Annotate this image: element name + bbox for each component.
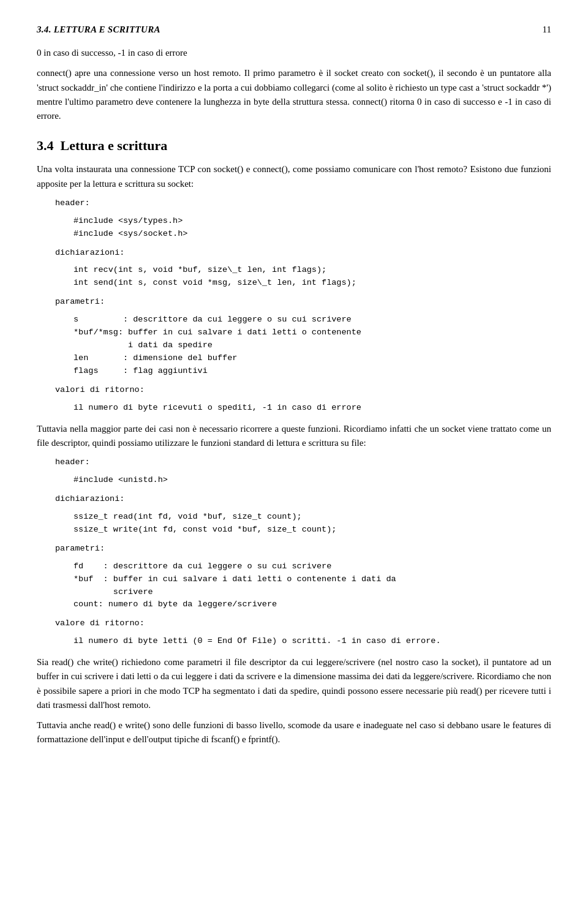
code1-header-lines: #include <sys/types.h> #include <sys/soc…	[74, 215, 551, 241]
code2-valori-lines: il numero di byte letti (0 = End Of File…	[74, 635, 551, 648]
code2-dichiarazioni-lines: ssize_t read(int fd, void *buf, size_t c…	[74, 511, 551, 536]
page-header: 3.4. LETTURA E SCRITTURA 11	[37, 24, 551, 35]
code1-parametri-lines: s : descrittore da cui leggere o su cui …	[74, 314, 551, 378]
code2-parametri-lines: fd : descrittore da cui leggere o su cui…	[74, 560, 551, 612]
connect-description: connect() apre una connessione verso un …	[37, 66, 551, 123]
code1-header-label: header:	[55, 197, 551, 210]
paragraph-1: Una volta instaurata una connessione TCP…	[37, 162, 551, 191]
section-heading: 3.4. LETTURA E SCRITTURA	[37, 24, 160, 35]
intro-line: 0 in caso di successo, -1 in caso di err…	[37, 46, 551, 60]
code-block-2: header: #include <unistd.h> dichiarazion…	[55, 456, 551, 648]
code1-valori-label: valori di ritorno:	[55, 384, 551, 397]
code2-header-lines: #include <unistd.h>	[74, 474, 551, 487]
page-number: 11	[543, 24, 551, 35]
code1-parametri-label: parametri:	[55, 296, 551, 309]
code2-dichiarazioni-label: dichiarazioni:	[55, 493, 551, 506]
paragraph-2: Tuttavia nella maggior parte dei casi no…	[37, 422, 551, 451]
code1-dichiarazioni-label: dichiarazioni:	[55, 247, 551, 260]
code1-dichiarazioni-lines: int recv(int s, void *buf, size\_t len, …	[74, 264, 551, 290]
code2-header-label: header:	[55, 456, 551, 469]
section-title: 3.4 Lettura e scrittura	[37, 138, 551, 154]
paragraph-4: Tuttavia anche read() e write() sono del…	[37, 718, 551, 747]
code2-valori-label: valore di ritorno:	[55, 617, 551, 630]
code1-valori-lines: il numero di byte ricevuti o spediti, -1…	[74, 402, 551, 415]
paragraph-3: Sia read() che write() richiedono come p…	[37, 655, 551, 712]
code2-parametri-label: parametri:	[55, 543, 551, 555]
code-block-1: header: #include <sys/types.h> #include …	[55, 197, 551, 415]
